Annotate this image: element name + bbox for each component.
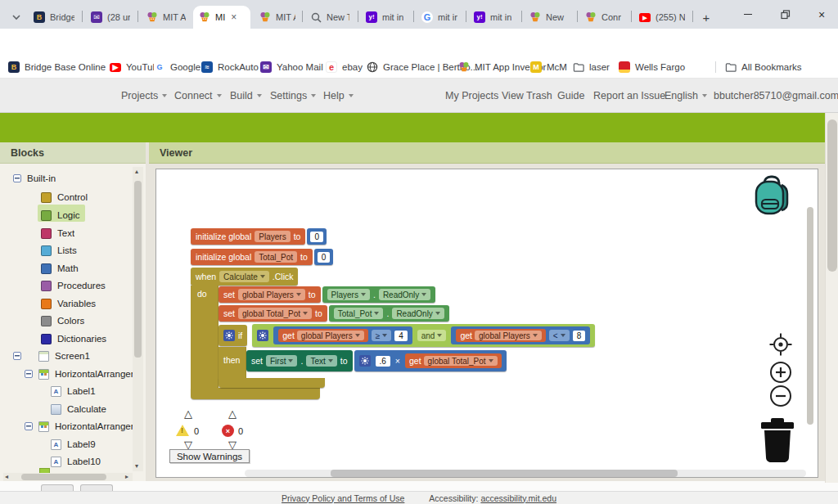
- collapse-icon[interactable]: [25, 370, 33, 378]
- block-compare-gte[interactable]: getglobal Players ≥ 4: [273, 326, 412, 344]
- category-math[interactable]: Math: [41, 260, 79, 277]
- category-dictionaries[interactable]: Dictionaries: [41, 331, 106, 347]
- block-total-pot-readonly[interactable]: Total_Pot.ReadOnly: [329, 305, 449, 322]
- dropdown-icon[interactable]: [260, 275, 265, 278]
- category-lists[interactable]: Lists: [41, 242, 77, 259]
- block-set-global-total-pot[interactable]: setglobal Total_Potto Total_Pot.ReadOnly: [219, 305, 449, 322]
- bookmark-wells-fargo[interactable]: Wells Fargo: [619, 59, 685, 75]
- when-block-body[interactable]: do: [191, 286, 219, 388]
- language-selector[interactable]: English: [665, 79, 707, 113]
- when-block-bottom[interactable]: [191, 388, 320, 399]
- scroll-up-icon[interactable]: ▴: [135, 169, 138, 175]
- dropdown-icon[interactable]: [561, 334, 565, 337]
- dropdown-icon[interactable]: [361, 293, 366, 296]
- tree-item-horizontal-arrangement-1[interactable]: HorizontalArrangemen: [25, 366, 133, 382]
- dropdown-icon[interactable]: [355, 334, 360, 337]
- block-get-global-total-pot[interactable]: getglobal Total_Pot: [405, 353, 502, 368]
- scroll-down-icon[interactable]: ▾: [135, 463, 138, 470]
- block-when-calculate-click[interactable]: whenCalculate.Click: [191, 268, 298, 286]
- zoom-in-button[interactable]: [769, 361, 792, 384]
- tab-mit-2[interactable]: MIT Ap: [254, 6, 301, 29]
- scroll-right-icon[interactable]: ▸: [125, 474, 128, 480]
- backpack-icon[interactable]: [750, 174, 795, 220]
- tab-mit-4[interactable]: Conne: [579, 6, 627, 29]
- restore-button[interactable]: [773, 0, 799, 29]
- new-tab-button[interactable]: +: [696, 7, 717, 28]
- dropdown-icon[interactable]: [437, 334, 442, 337]
- show-warnings-button[interactable]: Show Warnings: [169, 449, 250, 463]
- page-scrollbar-thumb[interactable]: [827, 119, 837, 272]
- block-compare-lt[interactable]: getglobal Players < 8: [451, 326, 590, 344]
- link-guide[interactable]: Guide: [557, 79, 584, 113]
- bookmark-google[interactable]: G Google: [154, 59, 200, 75]
- tree-item-screen1[interactable]: Screen1: [13, 348, 90, 364]
- block-and-condition[interactable]: getglobal Players ≥ 4 and getglobal Play…: [252, 324, 595, 347]
- bookmark-ebay[interactable]: e ebay: [326, 59, 363, 75]
- tab-search-button[interactable]: [7, 7, 26, 27]
- dropdown-icon[interactable]: [533, 334, 538, 337]
- dropdown-icon[interactable]: [374, 312, 379, 315]
- tree-item-builtin[interactable]: Built-in: [13, 170, 56, 187]
- block-if[interactable]: if getglobal Players ≥ 4 and getglobal P…: [219, 324, 595, 347]
- bookmark-rockauto[interactable]: ≈ RockAuto: [201, 59, 259, 75]
- bookmark-yahoo-mail[interactable]: ✉ Yahoo Mail: [260, 59, 323, 75]
- accessibility-link[interactable]: accessibility.mit.edu: [480, 493, 556, 503]
- block-set-global-players[interactable]: setglobal Playersto Players.ReadOnly: [219, 286, 435, 303]
- dropdown-icon[interactable]: [421, 293, 426, 296]
- block-number[interactable]: 0: [314, 249, 334, 265]
- category-text[interactable]: Text: [41, 225, 74, 241]
- menu-settings[interactable]: Settings: [270, 79, 316, 113]
- scroll-left-icon[interactable]: ◂: [5, 474, 8, 480]
- canvas-hscroll-thumb[interactable]: [331, 470, 678, 477]
- dropdown-icon[interactable]: [382, 334, 387, 337]
- mutator-gear-icon[interactable]: [257, 330, 268, 341]
- all-bookmarks-button[interactable]: All Bookmarks: [725, 59, 802, 75]
- category-procedures[interactable]: Procedures: [41, 277, 106, 294]
- menu-build[interactable]: Build: [230, 79, 262, 113]
- tab-yahoo-2[interactable]: y! mit inv: [468, 6, 517, 29]
- menu-projects[interactable]: Projects: [121, 79, 167, 113]
- bookmark-folder-laser[interactable]: laser: [573, 59, 610, 75]
- zoom-out-button[interactable]: [769, 385, 792, 407]
- dropdown-icon[interactable]: [296, 293, 301, 296]
- collapse-icon[interactable]: [13, 174, 21, 182]
- tree-item-calculate[interactable]: Calculate: [51, 401, 106, 417]
- tab-youtube[interactable]: ▶ (255) N: [633, 6, 691, 29]
- close-window-button[interactable]: ×: [809, 0, 835, 29]
- dropdown-icon[interactable]: [288, 359, 293, 362]
- bookmark-mcm[interactable]: M McM: [530, 59, 567, 75]
- minimize-button[interactable]: [735, 0, 761, 29]
- tab-mail[interactable]: ✉ (28 unr: [85, 6, 136, 29]
- warnings-up-toggle[interactable]: △: [184, 408, 192, 419]
- blocks-canvas[interactable]: initialize globalPlayersto 0 initialize …: [155, 169, 818, 478]
- if-block-bottom[interactable]: [219, 378, 325, 388]
- block-initialize-total-pot[interactable]: initialize globalTotal_Potto 0: [191, 249, 333, 265]
- dropdown-icon[interactable]: [328, 359, 333, 362]
- category-logic[interactable]: Logic: [41, 207, 80, 223]
- center-blocks-button[interactable]: [768, 332, 793, 357]
- link-view-trash[interactable]: View Trash: [502, 79, 552, 113]
- category-colors[interactable]: Colors: [41, 313, 84, 329]
- account-menu[interactable]: bbutcher85710@gmail.com: [714, 79, 838, 113]
- dropdown-icon[interactable]: [489, 359, 493, 362]
- tree-item-label9[interactable]: A Label9: [51, 436, 96, 452]
- canvas-vscroll-thumb[interactable]: [807, 207, 813, 425]
- block-multiply[interactable]: .6 × getglobal Total_Pot: [354, 350, 507, 371]
- collapse-icon[interactable]: [25, 422, 33, 430]
- menu-help[interactable]: Help: [323, 79, 354, 113]
- link-my-projects[interactable]: My Projects: [445, 79, 498, 113]
- mutator-gear-icon[interactable]: [359, 355, 371, 367]
- collapse-icon[interactable]: [13, 352, 21, 360]
- close-tab-icon[interactable]: ×: [230, 11, 237, 23]
- block-get-global-players[interactable]: getglobal Players: [456, 329, 545, 342]
- tab-google[interactable]: G mit inv: [416, 6, 463, 29]
- bookmark-bridge[interactable]: B Bridge Base Online: [8, 59, 106, 75]
- errors-up-toggle[interactable]: △: [228, 408, 237, 419]
- tab-mit-1[interactable]: MIT Ap: [141, 6, 191, 29]
- tab-mit-3[interactable]: New tc: [524, 6, 571, 29]
- if-block-body[interactable]: then: [219, 347, 246, 378]
- tree-item-label1[interactable]: A Label1: [51, 383, 96, 399]
- menu-connect[interactable]: Connect: [174, 79, 222, 113]
- tab-active-mit[interactable]: MI ×: [193, 6, 250, 29]
- block-players-readonly[interactable]: Players.ReadOnly: [322, 286, 436, 303]
